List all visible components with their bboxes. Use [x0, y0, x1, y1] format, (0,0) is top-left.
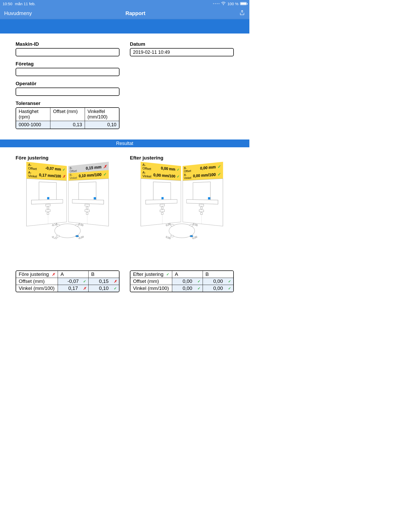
page-title: Rapport [32, 10, 239, 16]
before-feet: -0,14 0,00 -0,17 -0,04 [44, 224, 91, 239]
maskin-id-label: Maskin-ID [16, 41, 119, 47]
after-diagram: A-Offset 0,00 mm ✓ A-Vinkel 0,00 mm/100 … [130, 166, 234, 222]
operator-label: Operatör [16, 81, 119, 87]
battery-percent: 100 % [227, 2, 238, 6]
status-time: 10:50 [3, 2, 12, 6]
wifi-icon [221, 2, 226, 5]
tol-head-angle: Vinkelfel (mm/100) [85, 108, 119, 121]
datum-label: Datum [130, 41, 234, 47]
before-title: Före justering [16, 155, 119, 161]
status-date: mån 11 feb. [15, 2, 36, 6]
tol-head-speed: Hastighet (rpm) [16, 108, 50, 121]
after-result-table: Efter justering✓ A B Offset (mm) 0,00✓ 0… [130, 270, 234, 292]
nav-bar: Huvudmeny Rapport [0, 7, 249, 19]
back-button[interactable]: Huvudmeny [4, 10, 32, 16]
maskin-id-field[interactable] [16, 48, 119, 56]
tol-head-offset: Offset (mm) [50, 108, 84, 121]
tol-speed: 0000-1000 [16, 121, 50, 129]
before-diagram: A-Offset -0,07 mm ✓ A-Vinkel 0,17 mm/100… [16, 166, 119, 222]
svg-point-0 [223, 5, 224, 5]
after-feet: 0,00 0,00 0,00 0,00 [158, 224, 205, 239]
operator-field[interactable] [16, 88, 119, 96]
tolerances-table: Hastighet (rpm) Offset (mm) Vinkelfel (m… [16, 107, 119, 129]
result-bar: Resultat [0, 139, 249, 147]
battery-icon [240, 2, 247, 5]
status-bar: 10:50 mån 11 feb. 100 % [0, 0, 249, 7]
datum-field[interactable]: 2019-02-11 10:49 [130, 48, 234, 56]
after-title: Efter justering [130, 155, 234, 161]
tol-offset: 0,13 [50, 121, 84, 129]
tolerances-title: Toleranser [16, 101, 119, 106]
before-result-table: Före justering✗ A B Offset (mm) -0,07✓ 0… [16, 270, 119, 292]
foretag-field[interactable] [16, 68, 119, 76]
foretag-label: Företag [16, 61, 119, 67]
cell-signal-icon [213, 3, 220, 4]
share-button[interactable] [239, 10, 245, 17]
share-icon [239, 10, 245, 16]
tol-angle: 0,10 [85, 121, 119, 129]
brand-strip [0, 19, 249, 34]
